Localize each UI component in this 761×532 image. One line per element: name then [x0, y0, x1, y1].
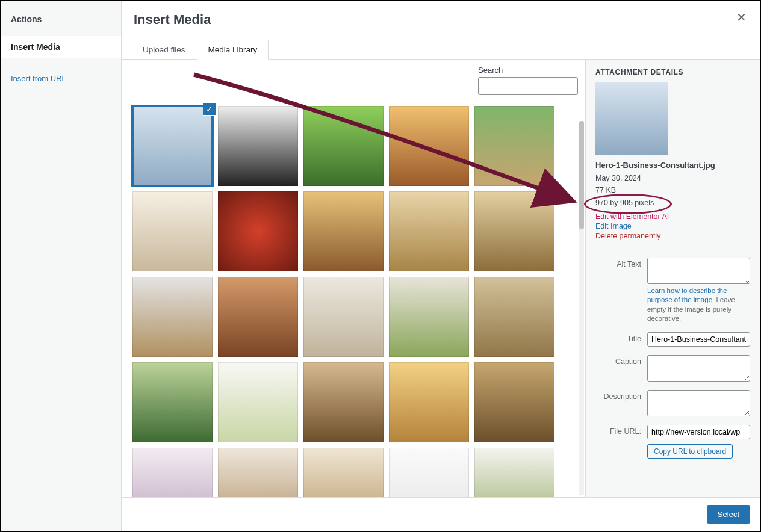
- description-label: Description: [595, 390, 641, 401]
- delete-permanently-link[interactable]: Delete permanently: [595, 232, 750, 240]
- media-thumbnail[interactable]: [303, 106, 384, 186]
- media-thumbnail[interactable]: [218, 277, 298, 357]
- attachment-details-heading: ATTACHMENT DETAILS: [595, 68, 750, 76]
- close-button[interactable]: ✕: [731, 7, 751, 28]
- media-thumbnail[interactable]: [474, 191, 554, 271]
- media-thumbnail[interactable]: ✓: [132, 106, 213, 186]
- search-label: Search: [478, 66, 578, 75]
- media-thumbnail[interactable]: [218, 448, 298, 497]
- attachment-date: May 30, 2024: [595, 173, 750, 184]
- scrollbar[interactable]: [579, 121, 584, 495]
- media-thumbnail[interactable]: [389, 362, 469, 442]
- alt-text-input[interactable]: [647, 258, 750, 284]
- file-url-input[interactable]: [647, 425, 750, 439]
- media-thumbnail[interactable]: [389, 448, 469, 497]
- select-button[interactable]: Select: [707, 505, 750, 524]
- tabs: Upload files Media Library: [122, 40, 760, 60]
- close-icon: ✕: [736, 10, 747, 25]
- search-input[interactable]: [478, 77, 578, 95]
- media-thumbnail[interactable]: [389, 106, 469, 186]
- sidebar-item-insert-media[interactable]: Insert Media: [1, 36, 121, 58]
- media-thumbnail[interactable]: [474, 106, 554, 186]
- media-thumbnail[interactable]: [303, 277, 384, 357]
- media-thumbnail[interactable]: [389, 191, 469, 271]
- sidebar-separator: [11, 64, 111, 64]
- tab-media-library[interactable]: Media Library: [197, 40, 269, 60]
- file-url-label: File URL:: [595, 425, 641, 436]
- media-thumbnail[interactable]: [218, 106, 298, 186]
- media-thumbnail[interactable]: [218, 362, 298, 442]
- description-input[interactable]: [647, 390, 750, 416]
- media-thumbnail[interactable]: [132, 448, 213, 497]
- attachment-filename: Hero-1-Business-Consultant.jpg: [595, 159, 750, 172]
- modal-title: Insert Media: [134, 12, 748, 28]
- title-input[interactable]: [647, 332, 750, 347]
- alt-text-help: Learn how to describe the purpose of the…: [647, 286, 750, 324]
- scrollbar-thumb[interactable]: [579, 121, 584, 229]
- caption-label: Caption: [595, 355, 641, 366]
- edit-with-elementor-ai-link[interactable]: Edit with Elementor AI: [595, 212, 669, 221]
- checkmark-icon: ✓: [203, 102, 216, 116]
- caption-input[interactable]: [647, 355, 750, 382]
- edit-image-link[interactable]: Edit Image: [595, 222, 750, 230]
- attachment-dimensions: 970 by 905 pixels: [595, 197, 750, 209]
- attachment-filesize: 77 KB: [595, 185, 750, 196]
- media-thumbnail[interactable]: [132, 362, 213, 442]
- attachment-details-panel: ATTACHMENT DETAILS Hero-1-Business-Consu…: [585, 60, 760, 497]
- media-thumbnail[interactable]: [389, 277, 469, 357]
- gallery-area: Search ✓: [122, 60, 585, 497]
- media-thumbnail[interactable]: [474, 362, 554, 442]
- title-label: Title: [595, 332, 641, 343]
- media-thumbnail[interactable]: [218, 191, 298, 271]
- actions-sidebar: Actions Insert Media Insert from URL: [1, 1, 122, 531]
- media-thumbnail[interactable]: [303, 448, 384, 497]
- media-thumbnail[interactable]: [474, 277, 554, 357]
- alt-text-label: Alt Text: [595, 258, 641, 268]
- media-thumbnail[interactable]: [132, 277, 213, 357]
- media-thumbnail[interactable]: [132, 191, 213, 271]
- sidebar-link-insert-from-url[interactable]: Insert from URL: [1, 70, 121, 87]
- media-thumbnail[interactable]: [303, 362, 384, 442]
- tab-upload-files[interactable]: Upload files: [131, 40, 197, 59]
- media-thumbnail[interactable]: [303, 191, 384, 271]
- copy-url-button[interactable]: Copy URL to clipboard: [647, 444, 733, 459]
- sidebar-heading: Actions: [1, 11, 121, 32]
- media-thumbnail[interactable]: [474, 448, 554, 497]
- attachment-preview: [595, 82, 668, 155]
